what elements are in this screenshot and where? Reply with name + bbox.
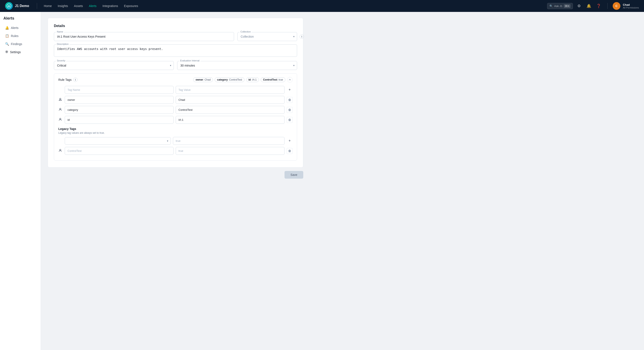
tag-entry-category [58,106,292,114]
name-collection-row: Name Collection Collection ℹ [54,32,297,41]
delete-tag-owner[interactable] [287,97,292,103]
delete-tag-category[interactable] [287,107,292,113]
delete-legacy-controltest[interactable] [287,148,292,154]
tag-entry-id [58,116,292,124]
add-tag-btn[interactable]: + [287,87,292,93]
evaluation-select-wrapper: 30 minutes [177,61,297,70]
rule-tags-right: owner: Chad category: ControlTest id: IA… [193,77,292,82]
sidebar-item-alerts-label: Alerts [11,26,18,29]
details-panel: Details Name Collection Collection ℹ [48,18,303,168]
tag-badge-controltest: ControlTest: true [261,77,285,82]
description-label: Description [56,43,70,45]
collection-select[interactable]: Collection [238,32,297,41]
legacy-value-controltest[interactable] [176,147,284,155]
svg-point-1 [8,6,9,7]
legacy-key-controltest[interactable] [65,147,174,155]
nav-alerts[interactable]: Alerts [86,3,99,9]
collection-info-icon[interactable]: ℹ [300,34,304,39]
save-button[interactable]: Save [284,171,303,178]
sidebar-item-rules-label: Rules [11,34,18,38]
legacy-tag-true-value [173,137,284,145]
tag-header-row: + [58,86,292,94]
settings-icon [5,50,8,54]
legacy-tag-icon [58,149,62,153]
tag-badge-id: id: IA:1 [246,77,259,82]
sidebar-item-settings-label: Settings [10,50,21,54]
search-label: Ask J1 [554,4,562,8]
nav-divider [37,3,37,9]
collapse-tags-btn[interactable] [287,77,292,82]
legacy-tag-add-row: + [58,137,292,145]
evaluation-label: Evaluation Interval [179,59,200,62]
severity-evaluation-row: Severity Critical Evaluation Interval 30… [54,61,297,70]
nav-insights[interactable]: Insights [55,3,70,9]
nav-assets[interactable]: Assets [71,3,86,9]
nav-integrations[interactable]: Integrations [100,3,120,9]
legacy-tags-desc: Legacy tag values are always set to true… [58,131,292,134]
user-name: Chad [623,3,639,6]
tag-value-category[interactable] [176,106,284,114]
sidebar-item-rules[interactable]: 📋 Rules [2,32,39,40]
collection-select-wrapper: Collection [238,32,297,41]
legacy-tag-select[interactable] [65,137,171,145]
topnav: J1 Demo Home Insights Assets Alerts Inte… [0,0,644,12]
tag-icon-category [58,108,62,112]
name-label: Name [56,30,64,33]
user-role: All Permissions [623,6,639,9]
svg-point-0 [7,4,11,8]
evaluation-select[interactable]: 30 minutes [177,61,297,70]
user-info: Chad All Permissions [623,3,639,9]
nav-home[interactable]: Home [41,3,54,9]
tag-value-id[interactable] [176,116,284,124]
delete-tag-id[interactable] [287,117,292,123]
nav-links: Home Insights Assets Alerts Integrations… [41,3,546,9]
search-bar[interactable]: 🔍 Ask J1 ⌘K [547,3,573,9]
description-group: Description Identifies AWS accounts with… [54,44,297,58]
sidebar: Alerts 🔔 Alerts 📋 Rules 🔍 Findings Setti… [0,12,41,350]
sidebar-title: Alerts [0,16,41,24]
sidebar-item-settings[interactable]: Settings [2,48,39,56]
sidebar-item-findings[interactable]: 🔍 Findings [2,40,39,48]
severity-select[interactable]: Critical [54,61,174,70]
settings-icon-btn[interactable]: ⚙ [576,2,583,9]
tag-badge-owner: owner: Chad [193,77,213,82]
rule-tags-title: Rule Tags ℹ [58,78,78,82]
add-legacy-tag-btn[interactable]: + [287,138,292,144]
user-avatar[interactable]: C [613,2,620,10]
tag-key-id[interactable] [65,116,174,124]
evaluation-field-group: Evaluation Interval 30 minutes [177,61,297,70]
tag-key-category[interactable] [65,106,174,114]
svg-point-2 [6,51,7,52]
tag-key-owner[interactable] [65,96,174,104]
alerts-icon: 🔔 [5,26,9,30]
description-input[interactable]: Identifies AWS accounts with root user a… [54,44,297,57]
sidebar-item-alerts[interactable]: 🔔 Alerts [2,24,39,32]
rule-tags-label: Rule Tags [58,78,72,81]
tag-value-header-input[interactable] [176,86,284,94]
collection-field-group: Collection Collection ℹ [238,32,297,41]
legacy-dropdown-wrapper [65,137,171,145]
tag-value-owner[interactable] [176,96,284,104]
details-title: Details [54,24,297,28]
logo-icon [5,2,13,10]
help-icon-btn[interactable]: ❓ [595,2,602,9]
layout: Alerts 🔔 Alerts 📋 Rules 🔍 Findings Setti… [0,12,644,350]
rule-tags-badges: owner: Chad category: ControlTest id: IA… [193,77,285,82]
severity-select-wrapper: Critical [54,61,174,70]
tag-icon-owner [58,98,62,102]
search-icon: 🔍 [550,4,553,8]
brand-logo[interactable]: J1 Demo [5,2,29,10]
findings-icon: 🔍 [5,42,9,46]
sidebar-item-findings-label: Findings [11,42,22,46]
tag-name-header-input[interactable] [65,86,174,94]
rule-tags-section: Rule Tags ℹ owner: Chad category: Contro… [54,73,297,161]
severity-field-group: Severity Critical [54,61,174,70]
notification-icon-btn[interactable]: 🔔 [585,2,592,9]
name-input[interactable] [54,32,234,41]
nav-exposures[interactable]: Exposures [122,3,140,9]
tag-icon-id [58,118,62,122]
rule-tags-info-icon[interactable]: ℹ [73,78,78,82]
name-field-group: Name [54,32,234,41]
severity-label: Severity [56,59,66,62]
brand-name: J1 Demo [15,4,29,8]
